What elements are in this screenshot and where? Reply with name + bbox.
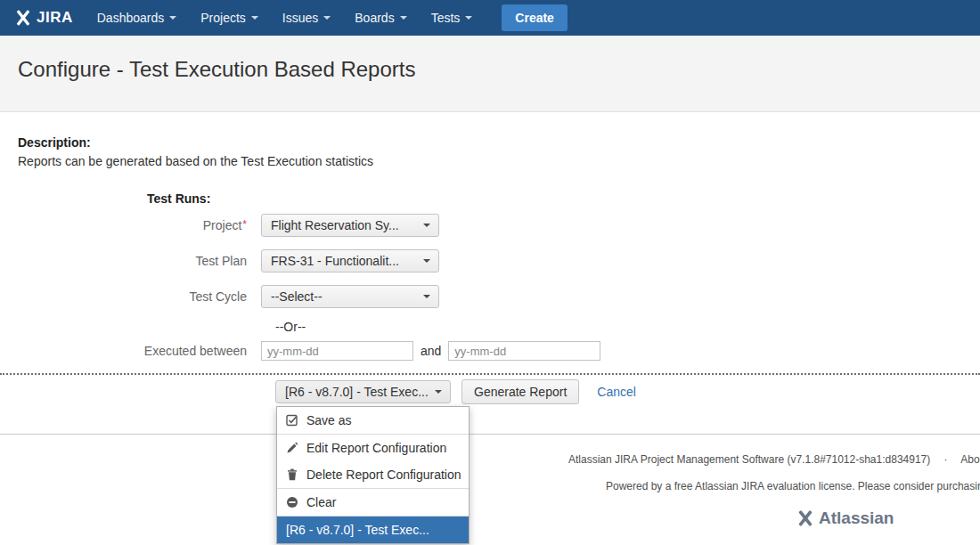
project-label: Project*: [18, 218, 261, 232]
chevron-down-icon: [423, 259, 430, 263]
test-plan-dropdown[interactable]: FRS-31 - Functionalit...: [261, 249, 439, 272]
nav-projects[interactable]: Projects: [200, 11, 258, 25]
atlassian-logo-text: Atlassian: [819, 508, 894, 528]
trash-icon: [286, 468, 298, 481]
chevron-down-icon: [323, 16, 331, 20]
test-cycle-dropdown-value: --Select--: [271, 289, 323, 304]
report-options-menu: Save as Edit Report Configuration Delete…: [276, 406, 470, 544]
menu-item-edit-report[interactable]: Edit Report Configuration: [277, 434, 469, 461]
description-text: Reports can be generated based on the Te…: [18, 154, 980, 168]
saved-report-dropdown-value: [R6 - v8.7.0] - Test Exec...: [285, 385, 428, 399]
pencil-icon: [286, 442, 298, 454]
or-separator-text: --Or--: [275, 320, 980, 334]
chevron-down-icon: [400, 16, 407, 20]
menu-item-clear[interactable]: Clear: [277, 488, 469, 516]
executed-between-label: Executed between: [18, 344, 261, 358]
chevron-down-icon: [465, 16, 472, 20]
nav-dashboards-label: Dashboards: [97, 11, 165, 25]
menu-item-delete-report-label: Delete Report Configuration: [306, 468, 461, 482]
top-navigation-bar: JIRA Dashboards Projects Issues Boards T…: [0, 0, 980, 36]
project-row: Project* Flight Reservation Sy...: [18, 214, 980, 237]
test-plan-label: Test Plan: [18, 254, 261, 268]
footer-version-label: Atlassian JIRA Project Management Softwa…: [568, 453, 930, 466]
test-cycle-label: Test Cycle: [18, 289, 261, 304]
test-cycle-dropdown[interactable]: --Select--: [261, 285, 439, 308]
save-as-icon: [286, 414, 298, 427]
menu-item-clear-label: Clear: [306, 495, 336, 509]
main-content: Description: Reports can be generated ba…: [0, 113, 980, 404]
generate-report-button[interactable]: Generate Report: [461, 379, 579, 404]
test-plan-row: Test Plan FRS-31 - Functionalit...: [18, 249, 980, 272]
nav-dashboards[interactable]: Dashboards: [97, 11, 177, 25]
project-label-text: Project: [203, 218, 242, 232]
action-row: [R6 - v8.7.0] - Test Exec... Generate Re…: [275, 379, 980, 404]
about-link[interactable]: About: [960, 453, 980, 466]
chevron-down-icon: [423, 224, 430, 227]
test-runs-section-label: Test Runs:: [147, 191, 980, 206]
executed-between-row: Executed between and: [18, 341, 980, 361]
and-text: and: [421, 344, 441, 358]
nav-boards-label: Boards: [355, 11, 394, 25]
menu-item-saved-report-r6[interactable]: [R6 - v8.7.0] - Test Exec...: [277, 516, 469, 543]
required-indicator: *: [242, 218, 247, 231]
test-cycle-row: Test Cycle --Select--: [18, 285, 980, 308]
clear-icon: [286, 496, 298, 508]
atlassian-logo-icon: [796, 508, 815, 528]
nav-boards[interactable]: Boards: [355, 11, 406, 25]
chevron-down-icon: [435, 390, 442, 394]
atlassian-logo[interactable]: Atlassian: [796, 508, 894, 528]
footer-version-text: Atlassian JIRA Project Management Softwa…: [568, 453, 980, 466]
jira-logo-icon: [14, 9, 32, 27]
create-button[interactable]: Create: [502, 4, 568, 31]
nav-tests[interactable]: Tests: [431, 11, 473, 25]
footer-license-text: Powered by a free Atlassian JIRA evaluat…: [606, 480, 980, 492]
project-dropdown[interactable]: Flight Reservation Sy...: [261, 214, 439, 237]
date-to-input[interactable]: [448, 341, 600, 361]
chevron-down-icon: [251, 16, 258, 20]
footer-separator-dot: ·: [944, 453, 948, 466]
menu-item-saved-report-r6-label: [R6 - v8.7.0] - Test Exec...: [286, 523, 429, 537]
nav-projects-label: Projects: [200, 11, 246, 25]
dotted-divider: [0, 373, 980, 375]
nav-issues[interactable]: Issues: [282, 11, 331, 25]
saved-report-dropdown[interactable]: [R6 - v8.7.0] - Test Exec...: [275, 380, 451, 403]
project-dropdown-value: Flight Reservation Sy...: [271, 218, 399, 232]
jira-logo-text: JIRA: [37, 9, 73, 27]
page-footer: Atlassian JIRA Project Management Softwa…: [0, 434, 980, 545]
menu-item-save-as-label: Save as: [306, 413, 352, 427]
menu-item-edit-report-label: Edit Report Configuration: [306, 441, 446, 455]
chevron-down-icon: [169, 16, 176, 20]
test-plan-dropdown-value: FRS-31 - Functionalit...: [271, 254, 399, 268]
menu-item-save-as[interactable]: Save as: [277, 407, 469, 434]
page-title: Configure - Test Execution Based Reports: [0, 36, 980, 82]
description-label: Description:: [18, 135, 980, 150]
chevron-down-icon: [423, 295, 430, 298]
menu-item-delete-report[interactable]: Delete Report Configuration: [277, 461, 469, 488]
cancel-link[interactable]: Cancel: [597, 385, 636, 399]
nav-tests-label: Tests: [431, 11, 461, 25]
report-config-form: Test Runs: Project* Flight Reservation S…: [18, 191, 980, 404]
page-header: Configure - Test Execution Based Reports: [0, 36, 980, 112]
date-from-input[interactable]: [261, 341, 413, 361]
jira-logo[interactable]: JIRA: [14, 9, 73, 27]
nav-issues-label: Issues: [282, 11, 318, 25]
